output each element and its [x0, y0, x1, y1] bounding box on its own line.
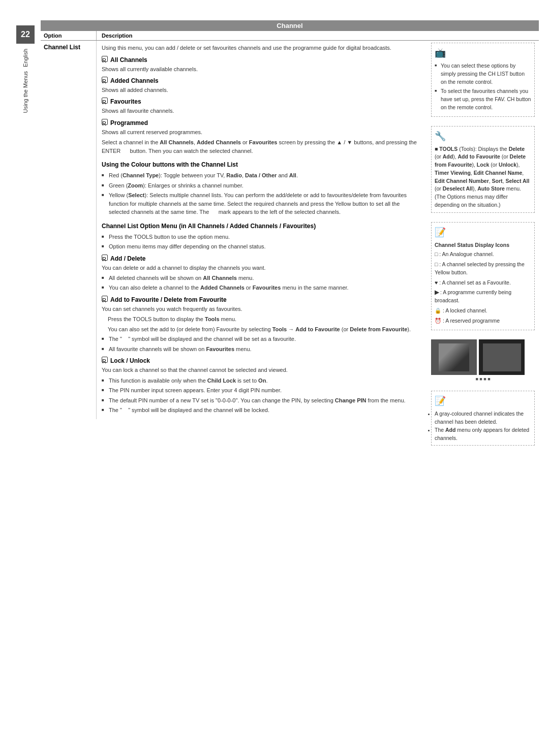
all-channels-desc: Shows all currently available channels. [102, 66, 422, 73]
option-menu-heading: Channel List Option Menu (in All Channel… [102, 222, 422, 231]
lock-unlock-bullets: This function is available only when the… [102, 376, 422, 415]
all-channels-label: All Channels [110, 55, 147, 65]
favourites-header: R Favourites [102, 97, 422, 106]
tools-panel: 🔧 ■ TOOLS (Tools): Displays the Delete (… [431, 126, 535, 213]
add-favourite-bullets: The " " symbol will be displayed and the… [102, 335, 422, 353]
added-channels-desc: Shows all added channels. [102, 86, 422, 94]
favourites-desc: Shows all favourite channels. [102, 107, 422, 115]
lock-unlock-header: R Lock / Unlock [102, 356, 422, 365]
programmed-desc: Shows all current reserved programmes. [102, 129, 422, 136]
lock-bullet-2: The default PIN number of a new TV set i… [102, 396, 422, 405]
status-item-1: □ : A channel selected by pressing the Y… [435, 261, 531, 277]
colour-bullet-0: Red (Channel Type): Toggle between your … [102, 171, 422, 180]
add-favourite-desc: You can set channels you watch frequentl… [102, 305, 422, 313]
add-delete-desc: You can delete or add a channel to displ… [102, 264, 422, 272]
all-channels-header: R All Channels [102, 55, 422, 65]
header-row: Option Description [41, 31, 539, 41]
added-channels-header: R Added Channels [102, 76, 422, 85]
ch-list-bullets: You can select these options by simply p… [435, 62, 531, 112]
image-panel: ■ ■ ■ ■ [431, 339, 535, 382]
r-marker-add-favourite: R [102, 296, 108, 302]
gray-note-bullet-1: The Add menu only appears for deleted ch… [435, 426, 531, 443]
note-icon-1: 📝 [435, 226, 531, 239]
language-label: English [22, 49, 28, 67]
gray-note-bullet-0: A gray-coloured channel indicates the ch… [435, 410, 531, 426]
ch-list-bullet-0: You can select these options by simply p… [435, 62, 531, 86]
add-favourite-bullet-1: All favourite channels will be shown on … [102, 345, 422, 354]
added-channels-label: Added Channels [110, 76, 159, 85]
colour-bullet-1: Green (Zoom): Enlarges or shrinks a chan… [102, 181, 422, 190]
add-delete-header: R Add / Delete [102, 254, 422, 263]
page-container: 22 English Using the Menus Channel Optio… [0, 0, 549, 756]
note-icon-2: 📝 [435, 394, 531, 408]
sidebar: 22 English Using the Menus [10, 20, 41, 736]
channel-status-panel: 📝 Channel Status Display Icons □ : An An… [431, 222, 535, 331]
nav-text: Select a channel in the All Channels, Ad… [102, 138, 422, 155]
lock-bullet-3: The " " symbol will be displayed and the… [102, 406, 422, 415]
colour-bullets: Red (Channel Type): Toggle between your … [102, 171, 422, 216]
r-marker-lock: R [102, 357, 108, 363]
left-columns: Channel List Using this menu, you can ad… [41, 41, 427, 736]
colour-bullet-2: Yellow (Select): Selects multiple channe… [102, 191, 422, 216]
gray-note-bullets: A gray-coloured channel indicates the ch… [435, 410, 531, 442]
body-content: Channel List Using this menu, you can ad… [41, 41, 539, 736]
page-number: 22 [16, 25, 35, 44]
ch-list-panel: 📺 You can select these options by simply… [431, 43, 535, 117]
remote-icon: 📺 [435, 46, 531, 60]
add-delete-bullets: All deleted channels will be shown on Al… [102, 274, 422, 292]
status-item-5: ⏰ : A reserved programme [435, 317, 531, 325]
status-item-4: 🔒 : A locked channel. [435, 307, 531, 315]
programmed-header: R Programmed [102, 118, 422, 128]
option-menu-bullet-0: Press the TOOLS button to use the option… [102, 233, 422, 241]
channel-status-title: Channel Status Display Icons [435, 241, 531, 249]
channel-list-label: Channel List [44, 44, 80, 51]
add-favourite-indent-0: Press the TOOLS button to display the To… [102, 315, 422, 324]
description-header: Description [102, 33, 133, 39]
main-content: Channel Option Description Channel List [41, 20, 539, 736]
colour-section-heading: Using the Colour buttons with the Channe… [102, 160, 422, 169]
lock-bullet-0: This function is available only when the… [102, 376, 422, 385]
description-cell: Using this menu, you can add / delete or… [97, 41, 427, 419]
right-sidebar: 📺 You can select these options by simply… [427, 41, 539, 736]
lock-bullet-1: The PIN number input screen appears. Ent… [102, 386, 422, 395]
tools-text: ■ TOOLS (Tools): Displays the Delete (or… [435, 145, 531, 209]
channel-header: Channel [41, 20, 539, 31]
option-cell: Channel List [41, 41, 97, 419]
option-header: Option [44, 33, 62, 39]
favourites-label: Favourites [110, 97, 141, 106]
programmed-label: Programmed [110, 118, 148, 128]
lock-unlock-label: Lock / Unlock [110, 356, 150, 365]
intro-text: Using this menu, you can add / delete or… [102, 44, 422, 52]
option-menu-bullets: Press the TOOLS button to use the option… [102, 233, 422, 251]
status-item-3: ▶ : A programme currently being broadcas… [435, 289, 531, 305]
r-marker-favourites: R [102, 98, 108, 104]
r-marker-added: R [102, 77, 108, 83]
status-item-2: ♥ : A channel set as a Favourite. [435, 279, 531, 287]
add-delete-label: Add / Delete [110, 254, 145, 263]
r-marker-programmed: R [102, 119, 108, 125]
r-marker-add-delete: R [102, 255, 108, 261]
add-favourite-label: Add to Favourite / Delete from Favourite [110, 295, 227, 304]
add-favourite-indent-1: You can also set the add to (or delete f… [102, 325, 422, 334]
option-menu-bullet-1: Option menu items may differ depending o… [102, 242, 422, 251]
ch-list-bullet-1: To select the favourites channels you ha… [435, 87, 531, 111]
add-delete-bullet-0: All deleted channels will be shown on Al… [102, 274, 422, 282]
r-marker-all: R [102, 56, 108, 62]
add-favourite-header: R Add to Favourite / Delete from Favouri… [102, 295, 422, 304]
add-favourite-bullet-0: The " " symbol will be displayed and the… [102, 335, 422, 343]
tools-icon: 🔧 [435, 130, 531, 143]
lock-unlock-desc: You can lock a channel so that the chann… [102, 366, 422, 374]
gray-note-panel: 📝 A gray-coloured channel indicates the … [431, 391, 535, 446]
add-delete-bullet-1: You can also delete a channel to the Add… [102, 284, 422, 292]
image-dots: ■ ■ ■ ■ [431, 376, 535, 382]
status-item-0: □ : An Analogue channel. [435, 250, 531, 259]
section-label: Using the Menus [22, 71, 28, 113]
